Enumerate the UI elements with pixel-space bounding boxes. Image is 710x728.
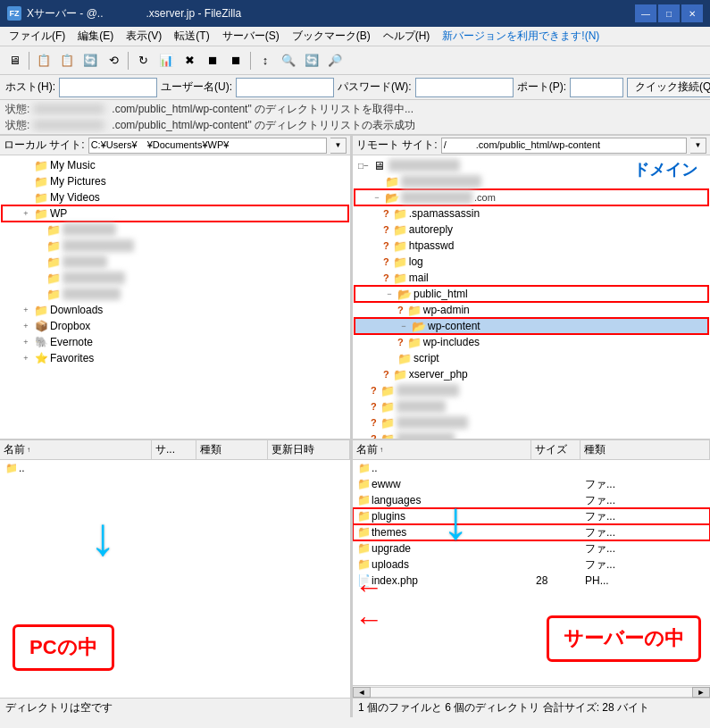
menu-edit[interactable]: 編集(E) (72, 27, 119, 46)
remote-path-dropdown[interactable]: ▼ (690, 138, 706, 154)
tree-item-domain[interactable]: − ■■■ .com (355, 189, 708, 205)
toolbar-cancel[interactable]: ✖ (179, 50, 200, 71)
connect-button[interactable]: クイック接続(Q) (627, 78, 710, 97)
remote-row-dotdot[interactable]: 📁 .. (353, 460, 710, 476)
local-site-header: ローカル サイト: ▼ (0, 136, 350, 155)
remote-scrollbar[interactable]: ◄ ► (353, 685, 710, 698)
tree-item-htpasswd[interactable]: ? htpasswd (355, 238, 708, 254)
menu-view[interactable]: 表示(V) (121, 27, 167, 46)
toolbar-sitemanager[interactable]: 🖥 (4, 50, 25, 71)
remote-col-type[interactable]: 種類 (581, 440, 710, 459)
tree-item-blur-r4[interactable]: ? ■■■■■ (355, 414, 708, 431)
remote-status-bar: 1 個のファイルと 6 個のディレクトリ 合計サイズ: 28 バイト (353, 698, 710, 717)
tree-item-blur1[interactable]: ■■■■■ (2, 222, 348, 238)
window-controls[interactable]: — □ ✕ (635, 4, 703, 22)
remote-path-input[interactable] (441, 138, 687, 154)
toolbar-search[interactable]: 🔍 (278, 50, 299, 71)
toolbar-queue[interactable]: 📊 (155, 50, 177, 71)
col-type[interactable]: 種類 (196, 440, 268, 459)
scroll-left-btn[interactable]: ◄ (353, 687, 371, 698)
remote-row-ewww[interactable]: ewww ファ... (353, 476, 710, 492)
tree-item-favorites[interactable]: + ⭐ Favorites (2, 350, 348, 366)
tree-item-public-html[interactable]: − public_html (355, 286, 708, 302)
col-name[interactable]: 名前↑ (0, 440, 152, 459)
tree-item-blur3[interactable]: ■■■■ (2, 254, 348, 270)
tree-item-script[interactable]: script (355, 350, 708, 366)
folder-icon (380, 400, 395, 413)
tree-item-wp-content[interactable]: − wp-content (355, 318, 708, 334)
local-path-dropdown[interactable]: ▼ (330, 138, 347, 154)
toolbar-btn1[interactable]: 📋 (33, 50, 54, 71)
remote-site-label: リモート サイト: (356, 138, 438, 153)
minimize-button[interactable]: — (635, 4, 656, 22)
tree-item-spamassassin[interactable]: ? .spamassassin (355, 205, 708, 222)
tree-item-mail[interactable]: ? mail (355, 270, 708, 286)
tree-item-blur4[interactable]: ■■■■■ (2, 270, 348, 286)
tree-item-dropbox[interactable]: + 📦 Dropbox (2, 318, 348, 334)
tree-item-mypictures[interactable]: My Pictures (2, 173, 348, 189)
menu-help[interactable]: ヘルプ(H) (378, 27, 436, 46)
bottom-status-area: ディレクトリは空です 1 個のファイルと 6 個のディレクトリ 合計サイズ: 2… (0, 698, 710, 717)
toolbar: 🖥 📋 📋 🔄 ⟲ ↻ 📊 ✖ ⏹ ⏹ ↕ 🔍 🔄 🔎 (0, 46, 710, 75)
remote-col-name[interactable]: 名前↑ (353, 440, 531, 459)
tree-item-log[interactable]: ? log (355, 254, 708, 270)
tree-item-blur5[interactable]: ■■■■■ (2, 286, 348, 302)
local-file-list-body[interactable]: 📁 .. (0, 460, 350, 698)
toolbar-log[interactable]: 🔎 (324, 50, 346, 71)
local-tree-area[interactable]: My Music My Pictures My Videos + WP (0, 155, 350, 439)
toolbar-btn4[interactable]: ⟲ (103, 50, 124, 71)
menu-bookmark[interactable]: ブックマーク(B) (287, 27, 376, 46)
port-input[interactable] (570, 78, 623, 97)
maximize-button[interactable]: □ (658, 4, 680, 22)
toolbar-stop[interactable]: ⏹ (202, 50, 223, 71)
col-date[interactable]: 更新日時 (268, 440, 350, 459)
tree-item-xserver-php[interactable]: ? xserver_php (355, 366, 708, 382)
menu-file[interactable]: ファイル(F) (4, 27, 71, 46)
remote-row-plugins[interactable]: plugins ファ... (353, 508, 710, 524)
close-button[interactable]: ✕ (681, 4, 703, 22)
remote-row-languages[interactable]: languages ファ... (353, 492, 710, 508)
toolbar-disconnect[interactable]: ⏹ (225, 50, 246, 71)
folder-icon (407, 304, 422, 316)
local-path-input[interactable] (88, 138, 327, 154)
remote-row-indexphp[interactable]: index.php 28 PH... (353, 573, 710, 589)
file-row-dotdot-left[interactable]: 📁 .. (0, 460, 350, 476)
toolbar-transfer[interactable]: ↕ (255, 50, 276, 71)
tree-item-autoreply[interactable]: ? autoreply (355, 222, 708, 238)
title-bar: FZ Xサーバー - @.. .xserver.jp - FileZilla —… (0, 0, 710, 27)
toolbar-compare[interactable]: 🔄 (301, 50, 322, 71)
tree-item-evernote[interactable]: + 🐘 Evernote (2, 334, 348, 350)
tree-item-mymusic[interactable]: My Music (2, 157, 348, 173)
remote-col-size[interactable]: サイズ (531, 440, 581, 459)
pass-input[interactable] (415, 78, 514, 97)
menu-update[interactable]: 新バージョンを利用できます!(N) (437, 27, 605, 46)
remote-tree-area[interactable]: □− 🖥 ■■■■■■ ■■■■■■■ − ■■■ .com ドメ (353, 155, 710, 439)
tree-item-blur2[interactable]: ■■■■■■ (2, 238, 348, 254)
remote-file-list-body[interactable]: 📁 .. ewww ファ... languages ファ... (353, 460, 710, 685)
tree-item-blur-r5[interactable]: ? ■■■■■ (355, 431, 708, 439)
col-size[interactable]: サ... (152, 440, 196, 459)
scroll-track[interactable] (371, 687, 692, 698)
scroll-right-btn[interactable]: ► (692, 687, 710, 698)
host-input[interactable] (59, 78, 157, 97)
tree-item-wp-admin[interactable]: ? wp-admin (355, 302, 708, 318)
menu-server[interactable]: サーバー(S) (217, 27, 285, 46)
menu-transfer[interactable]: 転送(T) (169, 27, 214, 46)
toolbar-refresh[interactable]: ↻ (132, 50, 154, 71)
user-input[interactable] (236, 78, 334, 97)
remote-row-themes[interactable]: themes ファ... (353, 524, 710, 540)
toolbar-btn3[interactable]: 🔄 (79, 50, 101, 71)
folder-icon (46, 272, 61, 284)
tree-item-blur-r3[interactable]: ? ■■■■ (355, 398, 708, 414)
toolbar-btn2[interactable]: 📋 (56, 50, 78, 71)
app-window: FZ Xサーバー - @.. .xserver.jp - FileZilla —… (0, 0, 710, 728)
remote-row-uploads[interactable]: uploads ファ... (353, 556, 710, 573)
local-status-text: ディレクトリは空です (5, 700, 113, 715)
tree-item-myvideos[interactable]: My Videos (2, 189, 348, 205)
user-label: ユーザー名(U): (161, 79, 232, 95)
remote-row-upgrade[interactable]: upgrade ファ... (353, 540, 710, 556)
tree-item-wp-includes[interactable]: ? wp-includes (355, 334, 708, 350)
tree-item-blur-r2[interactable]: ? ■■■■■ (355, 382, 708, 398)
tree-item-wp[interactable]: + WP (2, 205, 348, 222)
tree-item-downloads[interactable]: + Downloads (2, 302, 348, 318)
